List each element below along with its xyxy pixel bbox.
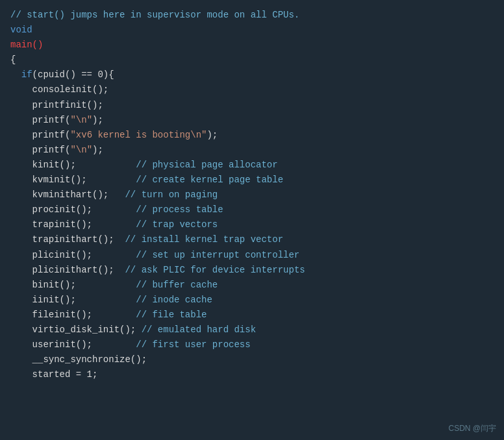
code-token: printf( [10,145,70,155]
code-line: printf("xv6 kernel is booting\n"); [10,128,494,143]
code-token: // ask PLIC for device interrupts [125,265,305,275]
code-token: // first user process [136,339,250,350]
code-token: ); [92,115,103,125]
code-token: plicinit(); [10,250,136,260]
code-token: // process table [136,204,223,215]
code-line: printf("\n"); [10,143,494,158]
code-line: iinit(); // inode cache [10,293,494,308]
code-token: kvminithart(); [10,189,125,200]
code-token: "\n" [70,115,92,125]
code-token: binit(); [10,280,136,290]
code-token: // install kernel trap vector [125,234,283,245]
watermark: CSDN @闫宇 [448,422,496,435]
code-line: procinit(); // process table [10,202,494,217]
code-line: started = 1; [10,367,494,382]
code-token: trapinithart(); [10,234,125,245]
code-token: // buffer cache [136,280,218,290]
code-line: main() [10,38,494,53]
code-token: userinit(); [10,339,136,350]
code-line: void [10,23,494,38]
code-token: // inode cache [136,295,212,305]
code-line: { [10,53,494,67]
code-token: { [10,55,16,65]
code-token: __sync_synchronize(); [10,354,147,365]
code-token: "xv6 kernel is booting\n" [70,130,207,140]
code-token: // set up interrupt controller [136,250,299,260]
code-token: (cpuid() == 0){ [32,69,114,80]
code-token: procinit(); [10,204,136,215]
code-token: printf( [10,130,70,140]
code-token: // turn on paging [125,189,218,200]
code-token: iinit(); [10,295,136,305]
code-token: virtio_disk_init(); [10,324,142,335]
code-line: __sync_synchronize(); [10,352,494,367]
code-line: binit(); // buffer cache [10,278,494,293]
code-content: // start() jumps here in supervisor mode… [10,8,494,382]
code-line: // start() jumps here in supervisor mode… [10,8,494,23]
code-token: ); [92,145,103,155]
code-token: // create kernel page table [136,175,283,185]
code-token: // file table [136,310,207,320]
code-token: ); [207,130,218,140]
code-token: printf( [10,115,70,125]
code-viewer: // start() jumps here in supervisor mode… [0,0,504,440]
code-line: kvminit(); // create kernel page table [10,173,494,188]
code-line: consoleinit(); [10,82,494,97]
code-token: trapinit(); [10,219,136,230]
code-token: // trap vectors [136,219,218,230]
code-line: trapinithart(); // install kernel trap v… [10,232,494,247]
code-token: "\n" [70,145,92,155]
code-line: kvminithart(); // turn on paging [10,188,494,202]
code-token: // emulated hard disk [142,324,256,335]
code-line: plicinithart(); // ask PLIC for device i… [10,263,494,278]
code-token: // physical page allocator [136,160,277,170]
code-line: if(cpuid() == 0){ [10,67,494,82]
code-line: printfinit(); [10,98,494,113]
code-token: void [10,25,32,35]
code-token: if [10,69,32,80]
code-token: // start() jumps here in supervisor mode… [10,10,299,20]
code-token: main() [10,40,43,50]
code-token: fileinit(); [10,310,136,320]
code-token: kvminit(); [10,175,136,185]
code-token: plicinithart(); [10,265,125,275]
code-line: fileinit(); // file table [10,308,494,323]
code-line: printf("\n"); [10,113,494,128]
code-token: kinit(); [10,160,136,170]
code-line: trapinit(); // trap vectors [10,217,494,232]
code-line: virtio_disk_init(); // emulated hard dis… [10,323,494,337]
code-line: userinit(); // first user process [10,337,494,352]
code-token: printfinit(); [10,100,103,110]
code-line: kinit(); // physical page allocator [10,158,494,173]
code-token: started = 1; [10,369,97,380]
code-token: consoleinit(); [10,84,108,95]
code-line: plicinit(); // set up interrupt controll… [10,248,494,263]
